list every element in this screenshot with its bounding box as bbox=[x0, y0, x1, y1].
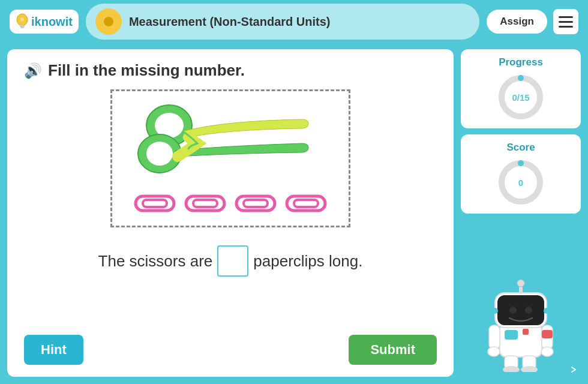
svg-point-3 bbox=[20, 17, 24, 21]
assign-button[interactable]: Assign bbox=[487, 10, 547, 34]
answer-input[interactable] bbox=[217, 245, 248, 277]
bulb-icon bbox=[16, 13, 29, 30]
progress-value: 0/15 bbox=[512, 92, 529, 103]
title-circle-icon bbox=[95, 8, 122, 35]
svg-rect-11 bbox=[186, 196, 224, 211]
bottom-buttons: Hint Submit bbox=[24, 335, 437, 365]
sidebar: Progress 0/15 Score 0 bbox=[461, 49, 581, 377]
question-header: 🔊 Fill in the missing number. bbox=[24, 61, 437, 80]
svg-rect-16 bbox=[294, 200, 318, 207]
logo: iknowit bbox=[10, 10, 79, 34]
svg-rect-22 bbox=[505, 330, 518, 340]
nav-arrow-button[interactable] bbox=[564, 360, 583, 379]
speaker-icon[interactable]: 🔊 bbox=[24, 62, 42, 79]
svg-point-38 bbox=[525, 307, 532, 314]
hint-button[interactable]: Hint bbox=[24, 335, 83, 365]
instruction-text: Fill in the missing number. bbox=[48, 61, 245, 80]
progress-label: Progress bbox=[499, 56, 543, 68]
score-value: 0 bbox=[518, 178, 523, 188]
title-badge: Measurement (Non-Standard Units) bbox=[86, 4, 479, 40]
score-label: Score bbox=[506, 142, 535, 154]
svg-point-27 bbox=[488, 347, 500, 356]
svg-point-43 bbox=[569, 365, 578, 374]
progress-ring: 0/15 bbox=[497, 73, 545, 121]
sentence-before: The scissors are bbox=[98, 252, 213, 271]
scissors-image bbox=[128, 103, 314, 181]
menu-button[interactable] bbox=[553, 9, 578, 34]
measurement-image bbox=[110, 89, 350, 227]
svg-rect-1 bbox=[20, 25, 25, 27]
svg-rect-10 bbox=[143, 200, 167, 207]
menu-line-2 bbox=[559, 21, 573, 23]
sentence-after: paperclips long. bbox=[253, 252, 362, 271]
submit-button[interactable]: Submit bbox=[349, 335, 437, 365]
svg-point-37 bbox=[509, 307, 517, 314]
paperclip-2 bbox=[184, 193, 227, 214]
svg-rect-26 bbox=[542, 330, 553, 338]
svg-rect-2 bbox=[20, 27, 24, 28]
sentence-area: The scissors are paperclips long. bbox=[24, 245, 437, 277]
paperclip-4 bbox=[284, 193, 328, 214]
svg-point-42 bbox=[544, 308, 550, 314]
svg-point-40 bbox=[517, 280, 524, 287]
svg-point-41 bbox=[492, 308, 498, 314]
robot-image bbox=[482, 276, 560, 372]
svg-rect-24 bbox=[489, 325, 500, 349]
lesson-title: Measurement (Non-Standard Units) bbox=[129, 15, 331, 29]
robot-mascot bbox=[482, 220, 560, 377]
svg-rect-23 bbox=[523, 329, 529, 335]
svg-rect-12 bbox=[193, 200, 217, 207]
main-layout: 🔊 Fill in the missing number. bbox=[0, 43, 588, 384]
menu-line-1 bbox=[559, 16, 573, 18]
svg-rect-14 bbox=[244, 200, 268, 207]
scissors-container bbox=[128, 103, 332, 187]
header-controls: Assign bbox=[487, 9, 578, 34]
score-card: Score 0 bbox=[461, 134, 581, 214]
menu-line-3 bbox=[559, 26, 573, 28]
paperclips-row bbox=[133, 193, 328, 214]
paperclip-1 bbox=[133, 193, 176, 214]
header: iknowit Measurement (Non-Standard Units)… bbox=[0, 0, 588, 43]
logo-text: iknowit bbox=[31, 15, 73, 29]
score-ring: 0 bbox=[497, 158, 545, 206]
question-panel: 🔊 Fill in the missing number. bbox=[7, 49, 454, 377]
progress-card: Progress 0/15 bbox=[461, 49, 581, 128]
arrow-right-icon bbox=[569, 365, 578, 374]
svg-rect-15 bbox=[287, 196, 325, 211]
svg-rect-21 bbox=[500, 324, 542, 357]
svg-rect-9 bbox=[136, 196, 174, 211]
svg-point-7 bbox=[146, 142, 173, 166]
svg-rect-13 bbox=[236, 196, 275, 211]
paperclip-3 bbox=[234, 193, 277, 214]
svg-point-28 bbox=[541, 347, 553, 356]
